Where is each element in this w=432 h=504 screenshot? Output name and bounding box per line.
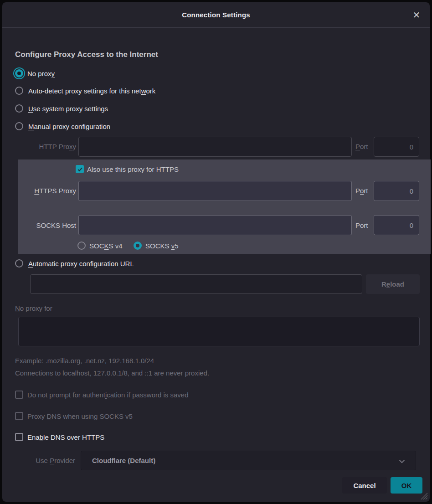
radio-no-proxy[interactable]: No proxy — [13, 67, 55, 80]
checkbox-label: Also use this proxy for HTTPS — [87, 165, 179, 173]
radio-label: Auto-detect proxy settings for this netw… — [28, 87, 155, 95]
radio-icon-auto-detect — [15, 87, 23, 95]
http-port-input[interactable] — [374, 137, 419, 157]
radio-auto-detect[interactable]: Auto-detect proxy settings for this netw… — [15, 85, 155, 97]
http-port-label: Port — [355, 143, 371, 150]
checkbox-label: Do not prompt for authentication if pass… — [27, 391, 189, 399]
https-port-label: Port — [355, 187, 371, 195]
radio-label: Manual proxy configuration — [28, 123, 110, 130]
radio-label: SOCKS v4 — [89, 242, 123, 250]
localhost-note-text: Connections to localhost, 127.0.0.1/8, a… — [15, 369, 209, 377]
https-port-input[interactable] — [374, 181, 419, 201]
checkbox-unchecked-icon — [15, 391, 23, 399]
dialog-title: Connection Settings — [182, 11, 250, 19]
https-proxy-input[interactable] — [78, 181, 352, 201]
cancel-button[interactable]: Cancel — [342, 477, 387, 494]
screen: Connection Settings ✕ Configure Proxy Ac… — [0, 0, 432, 504]
checkbox-label: Enable DNS over HTTPS — [27, 433, 104, 441]
checkbox-also-use-https[interactable]: Also use this proxy for HTTPS — [76, 164, 179, 174]
radio-auto-url[interactable]: Automatic proxy configuration URL — [15, 257, 134, 269]
radio-icon-socks-v5 — [134, 242, 142, 250]
http-proxy-label: HTTP Proxy — [2, 143, 76, 150]
example-text: Example: .mozilla.org, .net.nz, 192.168.… — [15, 357, 154, 365]
http-proxy-input[interactable] — [78, 137, 352, 157]
use-provider-label: Use Provider — [2, 457, 75, 464]
socks-host-input[interactable] — [78, 215, 352, 235]
radio-system-proxy[interactable]: Use system proxy settings — [15, 103, 108, 114]
connection-settings-dialog: Connection Settings ✕ Configure Proxy Ac… — [2, 2, 430, 502]
no-proxy-for-label: No proxy for — [15, 304, 52, 312]
radio-icon-no-proxy — [15, 69, 23, 77]
reload-button[interactable]: Reload — [366, 274, 420, 294]
checkmark-icon — [77, 166, 83, 172]
radio-label: No proxy — [27, 70, 55, 77]
checkbox-unchecked-icon — [15, 412, 23, 420]
radio-icon-manual-proxy — [15, 122, 23, 130]
auto-url-input[interactable] — [30, 274, 362, 294]
radio-label: Automatic proxy configuration URL — [28, 260, 134, 267]
close-icon: ✕ — [413, 10, 421, 20]
no-proxy-for-textarea[interactable] — [18, 317, 420, 346]
checkbox-label: Proxy DNS when using SOCKS v5 — [27, 412, 133, 420]
checkbox-unchecked-icon — [15, 433, 23, 441]
socks-host-label: SOCKS Host — [2, 221, 76, 229]
radio-label: SOCKS v5 — [145, 242, 179, 250]
chevron-down-icon — [398, 458, 406, 465]
radio-label: Use system proxy settings — [28, 105, 108, 113]
close-button[interactable]: ✕ — [410, 8, 423, 22]
https-proxy-label: HTTPS Proxy — [2, 187, 76, 195]
page-title: Configure Proxy Access to the Internet — [15, 50, 158, 59]
checkbox-checked-icon — [76, 165, 84, 173]
socks-port-label: Port — [355, 221, 371, 229]
checkbox-no-prompt-auth[interactable]: Do not prompt for authentication if pass… — [15, 390, 189, 400]
doh-provider-dropdown[interactable]: Cloudflare (Default) — [81, 451, 416, 470]
doh-provider-value: Cloudflare (Default) — [92, 457, 155, 464]
resize-grip[interactable] — [418, 490, 428, 500]
radio-socks-v4[interactable]: SOCKS v4 — [77, 240, 123, 251]
socks-port-input[interactable] — [374, 215, 419, 235]
dialog-titlebar: Connection Settings ✕ — [2, 2, 430, 28]
radio-manual-proxy[interactable]: Manual proxy configuration — [15, 120, 110, 132]
radio-icon-system-proxy — [15, 104, 23, 113]
radio-socks-v5[interactable]: SOCKS v5 — [134, 240, 179, 251]
checkbox-enable-doh[interactable]: Enable DNS over HTTPS — [15, 432, 104, 442]
checkbox-proxy-dns-socks5[interactable]: Proxy DNS when using SOCKS v5 — [15, 411, 133, 421]
radio-icon-auto-url — [15, 259, 23, 267]
radio-icon-socks-v4 — [77, 242, 86, 250]
